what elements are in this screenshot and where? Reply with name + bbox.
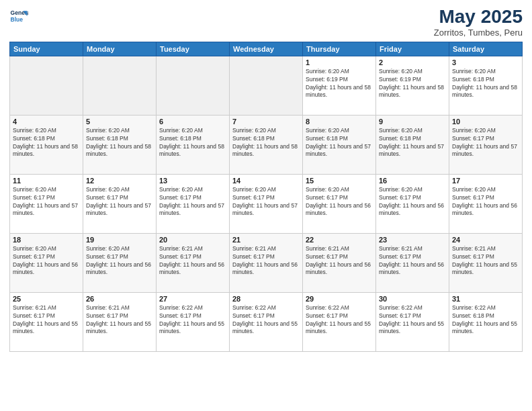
daylight-label: Daylight: 11 hours and 56 minutes. [452,202,517,217]
daylight-label: Daylight: 11 hours and 57 minutes. [306,143,371,158]
daylight-label: Daylight: 11 hours and 55 minutes. [159,320,224,335]
day-info: Sunrise: 6:20 AMSunset: 6:17 PMDaylight:… [13,245,80,277]
sunset-label: Sunset: 6:17 PM [452,135,494,142]
logo-icon: General Blue [9,7,28,26]
sunset-label: Sunset: 6:17 PM [232,312,275,319]
calendar-day-cell: 4Sunrise: 6:20 AMSunset: 6:18 PMDaylight… [10,115,83,174]
day-info: Sunrise: 6:20 AMSunset: 6:17 PMDaylight:… [86,186,153,218]
day-info: Sunrise: 6:21 AMSunset: 6:17 PMDaylight:… [13,304,80,336]
sunset-label: Sunset: 6:17 PM [379,194,421,201]
day-number: 5 [86,118,153,126]
day-info: Sunrise: 6:22 AMSunset: 6:17 PMDaylight:… [232,304,300,336]
daylight-label: Daylight: 11 hours and 58 minutes. [232,143,298,158]
day-number: 7 [232,118,300,126]
calendar-day-cell: 11Sunrise: 6:20 AMSunset: 6:17 PMDayligh… [10,174,83,233]
day-info: Sunrise: 6:20 AMSunset: 6:18 PMDaylight:… [379,127,446,159]
sunset-label: Sunset: 6:17 PM [306,253,348,260]
sunrise-label: Sunrise: 6:21 AM [306,245,349,252]
sunset-label: Sunset: 6:17 PM [159,312,202,319]
sunrise-label: Sunrise: 6:20 AM [159,186,203,193]
sunset-label: Sunset: 6:18 PM [159,135,202,142]
day-number: 8 [306,118,373,126]
day-info: Sunrise: 6:22 AMSunset: 6:18 PMDaylight:… [452,304,519,336]
day-number: 6 [159,118,226,126]
sunrise-label: Sunrise: 6:20 AM [159,127,203,134]
day-info: Sunrise: 6:20 AMSunset: 6:17 PMDaylight:… [452,186,519,218]
day-number: 27 [159,295,226,303]
sunrise-label: Sunrise: 6:21 AM [159,245,203,252]
sunset-label: Sunset: 6:19 PM [379,76,421,83]
sunrise-label: Sunrise: 6:20 AM [306,186,349,193]
calendar-day-cell: 16Sunrise: 6:20 AMSunset: 6:17 PMDayligh… [376,174,449,233]
daylight-label: Daylight: 11 hours and 55 minutes. [306,320,371,335]
svg-text:Blue: Blue [11,16,24,23]
column-header-tuesday: Tuesday [157,42,230,56]
day-info: Sunrise: 6:21 AMSunset: 6:17 PMDaylight:… [86,304,153,336]
calendar-day-cell: 20Sunrise: 6:21 AMSunset: 6:17 PMDayligh… [157,233,230,292]
day-number: 13 [159,177,226,185]
day-info: Sunrise: 6:20 AMSunset: 6:17 PMDaylight:… [86,245,153,277]
daylight-label: Daylight: 11 hours and 55 minutes. [13,320,78,335]
day-number: 16 [379,177,446,185]
day-number: 25 [13,295,80,303]
daylight-label: Daylight: 11 hours and 56 minutes. [306,202,371,217]
sunrise-label: Sunrise: 6:21 AM [379,245,423,252]
page: General Blue May 2025 Zorritos, Tumbes, … [0,0,532,411]
calendar-day-cell: 22Sunrise: 6:21 AMSunset: 6:17 PMDayligh… [303,233,376,292]
sunset-label: Sunset: 6:17 PM [306,312,348,319]
day-info: Sunrise: 6:20 AMSunset: 6:17 PMDaylight:… [306,186,373,218]
calendar-day-cell: 3Sunrise: 6:20 AMSunset: 6:18 PMDaylight… [449,56,523,115]
daylight-label: Daylight: 11 hours and 55 minutes. [86,320,151,335]
day-number: 19 [86,236,153,244]
sunset-label: Sunset: 6:18 PM [86,135,128,142]
calendar-day-cell: 12Sunrise: 6:20 AMSunset: 6:17 PMDayligh… [83,174,157,233]
column-header-thursday: Thursday [303,42,376,56]
sunset-label: Sunset: 6:17 PM [13,253,55,260]
daylight-label: Daylight: 11 hours and 57 minutes. [159,202,224,217]
calendar-day-cell: 26Sunrise: 6:21 AMSunset: 6:17 PMDayligh… [83,292,157,351]
day-info: Sunrise: 6:20 AMSunset: 6:17 PMDaylight:… [379,186,446,218]
sunrise-label: Sunrise: 6:20 AM [452,186,496,193]
sunset-label: Sunset: 6:17 PM [86,312,128,319]
day-number: 2 [379,58,446,66]
daylight-label: Daylight: 11 hours and 55 minutes. [379,320,444,335]
sunset-label: Sunset: 6:17 PM [232,194,275,201]
day-info: Sunrise: 6:20 AMSunset: 6:19 PMDaylight:… [306,68,373,100]
day-number: 10 [452,118,519,126]
calendar-week-row: 18Sunrise: 6:20 AMSunset: 6:17 PMDayligh… [10,233,523,292]
day-number: 12 [86,177,153,185]
sunrise-label: Sunrise: 6:22 AM [306,304,349,311]
calendar-day-cell [157,56,230,115]
day-number: 21 [232,236,300,244]
day-number: 24 [452,236,519,244]
sunrise-label: Sunrise: 6:20 AM [13,127,56,134]
calendar-day-cell [83,56,157,115]
sunrise-label: Sunrise: 6:20 AM [232,127,276,134]
sunrise-label: Sunrise: 6:20 AM [379,68,423,75]
daylight-label: Daylight: 11 hours and 57 minutes. [232,202,298,217]
sunrise-label: Sunrise: 6:21 AM [452,245,496,252]
sunrise-label: Sunrise: 6:20 AM [379,127,423,134]
sunset-label: Sunset: 6:17 PM [379,253,421,260]
calendar-week-row: 1Sunrise: 6:20 AMSunset: 6:19 PMDaylight… [10,56,523,115]
day-number: 14 [232,177,300,185]
column-header-friday: Friday [376,42,449,56]
day-info: Sunrise: 6:21 AMSunset: 6:17 PMDaylight:… [232,245,300,277]
sunrise-label: Sunrise: 6:20 AM [306,127,349,134]
sunrise-label: Sunrise: 6:22 AM [159,304,203,311]
logo: General Blue [9,7,28,26]
sunset-label: Sunset: 6:19 PM [306,76,348,83]
sunset-label: Sunset: 6:17 PM [232,253,275,260]
daylight-label: Daylight: 11 hours and 58 minutes. [159,143,224,158]
column-header-sunday: Sunday [10,42,83,56]
sunset-label: Sunset: 6:18 PM [306,135,348,142]
daylight-label: Daylight: 11 hours and 57 minutes. [13,202,78,217]
calendar-day-cell: 31Sunrise: 6:22 AMSunset: 6:18 PMDayligh… [449,292,523,351]
day-info: Sunrise: 6:21 AMSunset: 6:17 PMDaylight:… [452,245,519,277]
sunrise-label: Sunrise: 6:20 AM [13,186,56,193]
sunrise-label: Sunrise: 6:22 AM [379,304,423,311]
day-info: Sunrise: 6:20 AMSunset: 6:18 PMDaylight:… [306,127,373,159]
daylight-label: Daylight: 11 hours and 56 minutes. [232,261,298,276]
sunrise-label: Sunrise: 6:20 AM [13,245,56,252]
day-info: Sunrise: 6:20 AMSunset: 6:18 PMDaylight:… [13,127,80,159]
